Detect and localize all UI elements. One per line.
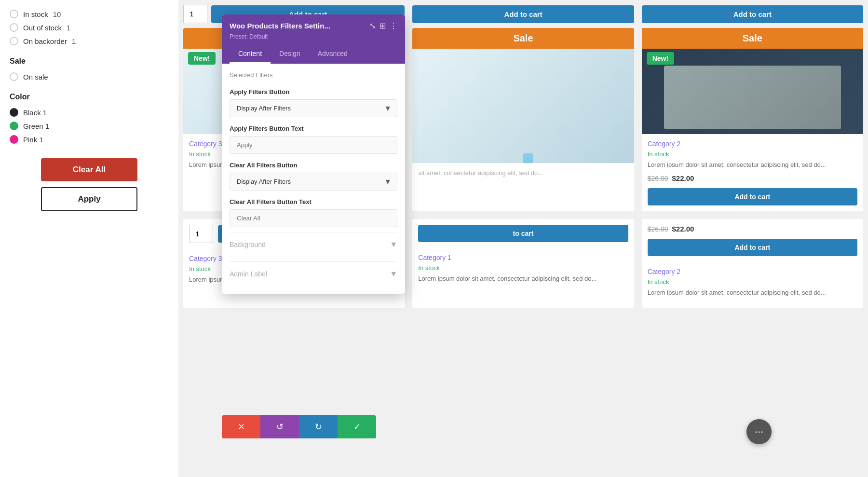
woo-tabs: Content Design Advanced [230, 45, 397, 64]
woo-panel-body: Selected Filters Apply Filters Button Di… [222, 64, 405, 294]
bottom-desc-2: Lorem ipsum dolor sit amet, consectetur … [418, 274, 628, 283]
product-image-2: Sale [412, 28, 634, 163]
clear-all-text-label: Clear All Filters Button Text [230, 198, 397, 205]
action-cancel-button[interactable]: ✕ [222, 415, 260, 438]
price-new-bottom-3: $22.00 [672, 225, 694, 233]
woo-panel-header: Woo Products Filters Settin... ⤡ ⊞ ⋮ Pre… [222, 14, 405, 64]
clear-all-button[interactable]: Clear All [41, 158, 137, 181]
product-status-3: In stock [648, 150, 857, 158]
add-cart-bottom-2[interactable]: to cart [418, 225, 628, 242]
woo-panel-title: Woo Products Filters Settin... [230, 22, 330, 30]
top-cart-item-2: Add to cart [412, 5, 634, 23]
on-sale-label: On sale [23, 73, 48, 81]
float-menu-button[interactable]: ··· [746, 419, 772, 444]
bottom-info-2: to cart [412, 219, 634, 248]
sale-banner-2: Sale [412, 28, 634, 49]
woo-expand-icon[interactable]: ⤡ [369, 21, 376, 30]
sidebar-buttons: Clear All Apply [10, 158, 169, 211]
tab-advanced[interactable]: Advanced [309, 45, 356, 64]
price-old-3: $26.00 [648, 175, 668, 182]
green-filter[interactable]: Green 1 [10, 122, 169, 130]
redo-icon: ↻ [315, 422, 322, 432]
admin-label-chevron-icon: ▼ [390, 270, 397, 278]
out-of-stock-filter[interactable]: Out of stock 1 [10, 23, 169, 32]
background-label: Background [230, 241, 266, 248]
bottom-2-bottom: to cart [418, 225, 628, 242]
product-desc-2: sit amet, consectetur adipiscing elit, s… [418, 169, 628, 177]
apply-filters-text-input[interactable] [230, 136, 397, 154]
in-stock-count: 10 [53, 10, 61, 18]
color-section-title: Color [10, 93, 169, 101]
apply-filters-select-wrap: Display After Filters Display Before Fil… [230, 99, 397, 117]
selected-filters-label: Selected Filters [230, 71, 397, 81]
in-stock-filter[interactable]: In stock 10 [10, 10, 169, 18]
tab-design[interactable]: Design [271, 45, 309, 64]
top-add-cart-button-2[interactable]: Add to cart [412, 5, 634, 23]
woo-more-icon[interactable]: ⋮ [390, 21, 397, 30]
product-price-bottom-3: $26.00 $22.00 [648, 225, 857, 233]
bottom-card-3: $26.00 $22.00 Add to cart Category 2 In … [642, 219, 863, 308]
woo-panel-icons: ⤡ ⊞ ⋮ [369, 21, 397, 30]
sale-filter-group: Sale On sale [10, 57, 169, 81]
price-new-3: $22.00 [672, 174, 694, 182]
pink-checkbox[interactable] [10, 135, 18, 144]
bottom-status-3: In stock [648, 278, 857, 286]
background-collapsible[interactable]: Background ▼ [230, 232, 397, 257]
add-cart-bottom-3[interactable]: Add to cart [648, 239, 857, 256]
on-backorder-filter[interactable]: On backorder 1 [10, 37, 169, 45]
apply-filters-button-label: Apply Filters Button [230, 88, 397, 95]
float-menu-icon: ··· [755, 425, 763, 438]
black-label: Black 1 [23, 109, 47, 117]
black-checkbox[interactable] [10, 108, 18, 117]
color-filter-group: Color Black 1 Green 1 Pink 1 [10, 93, 169, 144]
out-of-stock-checkbox[interactable] [10, 23, 18, 32]
top-qty-input-1[interactable] [183, 5, 207, 23]
top-add-cart-button-3[interactable]: Add to cart [642, 5, 863, 23]
apply-filters-text-label: Apply Filters Button Text [230, 125, 397, 132]
new-badge-3: New! [647, 52, 674, 65]
sale-banner-3: Sale [642, 28, 863, 49]
on-sale-filter[interactable]: On sale [10, 72, 169, 81]
qty-input-bottom-1[interactable] [189, 225, 213, 243]
clear-all-button-label: Clear All Filters Button [230, 162, 397, 169]
product-desc-3: Lorem ipsum dolor sit amet, consectetur … [648, 161, 857, 169]
green-label: Green 1 [23, 122, 49, 130]
on-backorder-label: On backorder [23, 37, 67, 45]
in-stock-checkbox[interactable] [10, 10, 18, 18]
bottom-3-bottom: Add to cart [648, 239, 857, 256]
action-undo-button[interactable]: ↺ [260, 415, 299, 438]
in-stock-label: In stock [23, 10, 48, 18]
product-image-3: Sale New! [642, 28, 863, 134]
apply-filters-select[interactable]: Display After Filters Display Before Fil… [230, 99, 397, 117]
product-price-3: $26.00 $22.00 [648, 174, 857, 182]
on-backorder-checkbox[interactable] [10, 37, 18, 45]
woo-resize-icon[interactable]: ⊞ [380, 21, 386, 30]
add-cart-button-3[interactable]: Add to cart [648, 188, 857, 205]
bottom-card-2: to cart Category 1 In stock Lorem ipsum … [412, 219, 634, 308]
bottom-status-2: In stock [418, 264, 628, 272]
pink-filter[interactable]: Pink 1 [10, 135, 169, 144]
cancel-icon: ✕ [238, 422, 245, 432]
tab-content[interactable]: Content [230, 45, 271, 64]
sale-section-title: Sale [10, 57, 169, 66]
admin-label-text: Admin Label [230, 270, 267, 278]
bottom-info-2b: Category 1 In stock Lorem ipsum dolor si… [412, 248, 634, 294]
apply-button[interactable]: Apply [41, 187, 137, 211]
green-checkbox[interactable] [10, 122, 18, 130]
black-filter[interactable]: Black 1 [10, 108, 169, 117]
background-chevron-icon: ▼ [390, 240, 397, 249]
product-info-3: Category 2 In stock Lorem ipsum dolor si… [642, 134, 863, 211]
action-redo-button[interactable]: ↻ [299, 415, 338, 438]
clear-all-text-input[interactable] [230, 209, 397, 227]
product-info-2: sit amet, consectetur adipiscing elit, s… [412, 163, 634, 188]
bottom-category-3: Category 2 [648, 268, 857, 275]
pink-label: Pink 1 [23, 136, 43, 144]
clear-all-select[interactable]: Display After Filters Display Before Fil… [230, 173, 397, 191]
undo-icon: ↺ [276, 422, 284, 432]
product-card-3: Sale New! Category 2 In stock Lorem ipsu… [642, 28, 863, 211]
on-sale-checkbox[interactable] [10, 72, 18, 81]
admin-label-collapsible[interactable]: Admin Label ▼ [230, 261, 397, 286]
woo-settings-panel: Woo Products Filters Settin... ⤡ ⊞ ⋮ Pre… [222, 14, 405, 294]
action-confirm-button[interactable]: ✓ [338, 415, 376, 438]
woo-preset[interactable]: Preset: Default [230, 33, 397, 40]
